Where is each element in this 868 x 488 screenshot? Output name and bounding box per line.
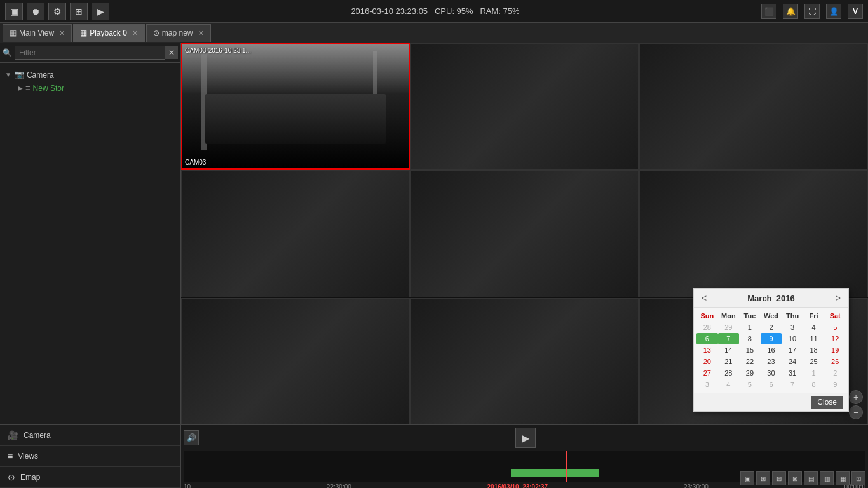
cal-day-w1-sat[interactable]: 5 [824,322,846,333]
cal-day-27[interactable]: 27 [696,367,718,379]
layout-custom4-icon[interactable]: ⊡ [851,471,865,485]
layout-custom1-icon[interactable]: ▤ [804,471,818,485]
cal-day-w5-sat[interactable]: 2 [824,367,846,379]
video-cell-2[interactable] [410,43,639,170]
cal-header-sun: Sun [696,310,718,322]
sidebar-camera-icon: 🎥 [8,430,18,440]
cal-day-w5-fri[interactable]: 1 [803,367,825,379]
monitor-icon[interactable]: ▣ [5,3,23,20]
cal-day-w6-thu[interactable]: 7 [782,379,803,390]
video-cell-6[interactable] [639,170,868,297]
cal-day-24[interactable]: 24 [782,356,803,367]
cal-day-7[interactable]: 7 [718,333,740,344]
tree-new-stor[interactable]: ▶ ≡ New Stor [18,81,175,95]
cal-day-22[interactable]: 22 [739,356,761,367]
sidebar-btn-views[interactable]: ≡ Views [0,446,180,467]
video-icon[interactable]: ▶ [92,3,109,20]
cal-day-13[interactable]: 13 [696,344,718,356]
cal-day-10[interactable]: 10 [782,333,803,344]
video-cell-5[interactable] [410,170,639,297]
cal-day-w6-sat[interactable]: 9 [824,379,846,390]
cal-day-21[interactable]: 21 [718,356,740,367]
cal-day-w1-thu[interactable]: 3 [782,322,803,333]
cal-day-26[interactable]: 26 [824,356,846,367]
tab-map-new-close[interactable]: ✕ [198,29,204,37]
cal-day-19[interactable]: 19 [824,344,846,356]
cal-day-28[interactable]: 28 [718,367,740,379]
tab-main-view-close[interactable]: ✕ [59,29,65,37]
calendar-popup: < March 2016 > Sun Mon Tue Wed Thu Fri S… [693,288,849,412]
play-button[interactable]: ▶ [515,428,536,448]
video-cell-3[interactable] [639,43,868,170]
cal-day-15[interactable]: 15 [739,344,761,356]
video-cell-7[interactable] [181,298,410,424]
video-cell-8[interactable] [410,298,639,424]
fullscreen-icon[interactable]: ⛶ [804,4,820,19]
tab-map-new-label: map new [162,29,193,37]
cal-day-9[interactable]: 9 [761,333,782,344]
timeline-controls: 🔊 ▶ [184,428,865,448]
layout-3x3-icon[interactable]: ⊟ [772,471,786,485]
cal-day-w1-fri[interactable]: 4 [803,322,825,333]
cal-day-w6-fri[interactable]: 8 [803,379,825,390]
tree-camera[interactable]: ▼ 📷 Camera [5,68,175,81]
cal-day-14[interactable]: 14 [718,344,740,356]
layout-custom2-icon[interactable]: ▥ [820,471,834,485]
tab-playback-0-close[interactable]: ✕ [132,29,138,37]
zoom-in-button[interactable]: + [849,390,863,404]
video-cell-1[interactable]: CAM03-2016-10 23:1... CAM03 [181,43,410,170]
record-icon[interactable]: ⏺ [27,3,44,20]
layout-1x1-icon[interactable]: ▣ [740,471,754,485]
cal-day-6[interactable]: 6 [696,333,718,344]
cal-day-w6-mon[interactable]: 4 [718,379,740,390]
video-cell-4[interactable] [181,170,410,297]
cal-day-11[interactable]: 11 [803,333,825,344]
layout-2x2-icon[interactable]: ⊞ [756,471,770,485]
layout-4x4-icon[interactable]: ⊠ [788,471,802,485]
user-icon[interactable]: 👤 [826,4,841,19]
calendar-close-button[interactable]: Close [811,396,843,409]
bottom-layout-bar: ▣ ⊞ ⊟ ⊠ ▤ ▥ ▦ ⊡ [740,471,865,485]
volume-button[interactable]: 🔊 [184,430,199,445]
cal-day-29[interactable]: 29 [739,367,761,379]
cal-day-w1-wed[interactable]: 2 [761,322,782,333]
calendar-next-button[interactable]: > [833,293,843,303]
cal-header-thu: Thu [782,310,803,322]
grid-icon[interactable]: ⊞ [70,3,88,20]
cal-day-w1-tue[interactable]: 1 [739,322,761,333]
sidebar-btn-camera[interactable]: 🎥 Camera [0,425,180,446]
cal-day-16[interactable]: 16 [761,344,782,356]
calendar-prev-button[interactable]: < [699,293,709,303]
search-input[interactable] [15,46,165,60]
sidebar-btn-emap[interactable]: ⊙ Emap [0,467,180,488]
search-clear-button[interactable]: ✕ [165,46,178,59]
cal-day-17[interactable]: 17 [782,344,803,356]
tl-label-current-date: 2016/03/10 23:02:37 [487,484,548,488]
cal-day-12[interactable]: 12 [824,333,846,344]
cal-day-w6-sun[interactable]: 3 [696,379,718,390]
zoom-out-button[interactable]: − [849,405,863,419]
tab-playback-0[interactable]: ▦ Playback 0 ✕ [73,24,145,42]
bell-icon[interactable]: 🔔 [783,4,798,19]
sidebar-views-label: Views [18,452,38,461]
sidebar-bottom: 🎥 Camera ≡ Views ⊙ Emap [0,424,180,488]
layout-custom3-icon[interactable]: ▦ [836,471,850,485]
tab-map-new[interactable]: ⊙ map new ✕ [146,24,211,42]
cal-day-20[interactable]: 20 [696,356,718,367]
cal-day-23[interactable]: 23 [761,356,782,367]
cam-timestamp: CAM03-2016-10 23:1... [185,47,251,54]
cal-day-31[interactable]: 31 [782,367,803,379]
cal-day-30[interactable]: 30 [761,367,782,379]
cal-day-w6-wed[interactable]: 6 [761,379,782,390]
calendar-footer: Close [694,393,848,411]
cal-day-25[interactable]: 25 [803,356,825,367]
cal-day-18[interactable]: 18 [803,344,825,356]
cal-day-8[interactable]: 8 [739,333,761,344]
cal-day-w6-tue[interactable]: 5 [739,379,761,390]
tab-main-view-label: Main View [19,29,54,37]
cal-day-w1-sun[interactable]: 28 [696,322,718,333]
tab-main-view[interactable]: ▦ Main View ✕ [3,24,72,42]
settings-icon[interactable]: ⚙ [48,3,66,20]
cal-day-w1-mon[interactable]: 29 [718,322,740,333]
system-icon[interactable]: ⬛ [761,4,776,19]
